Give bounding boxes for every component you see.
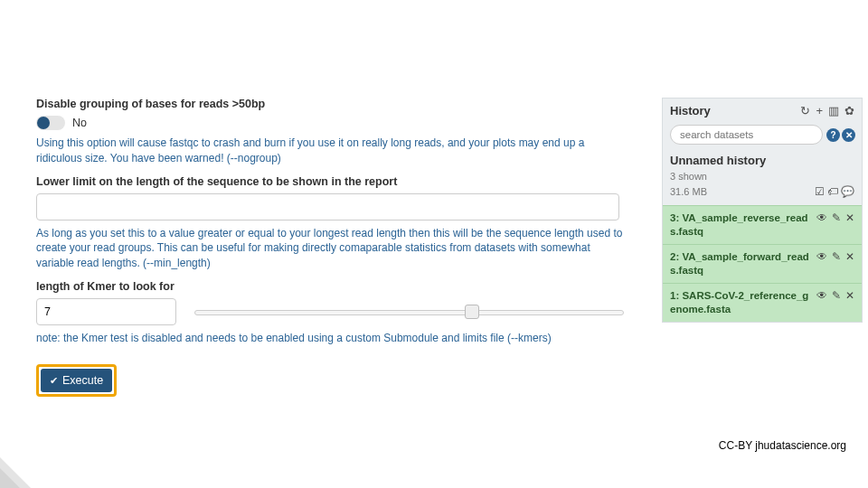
columns-icon[interactable]: ▥ <box>828 104 839 117</box>
disable-grouping-help: Using this option will cause fastqc to c… <box>36 136 624 166</box>
dataset-icons: 👁 ✎ ✕ <box>816 289 854 302</box>
check-icon <box>50 374 58 387</box>
close-icon[interactable]: ✕ <box>845 250 854 263</box>
execute-highlight: Execute <box>36 364 117 397</box>
disable-grouping-toggle[interactable] <box>36 116 65 130</box>
history-search-row: ? ✕ <box>663 121 862 148</box>
plus-icon[interactable]: + <box>816 104 823 117</box>
toggle-knob <box>37 117 50 129</box>
kmer-label: length of Kmer to look for <box>36 280 624 293</box>
attribution-text: CC-BY jhudatascience.org <box>719 439 846 452</box>
history-size-row: 31.6 MB ☑ 🏷 💬 <box>663 183 862 205</box>
close-icon[interactable]: ✕ <box>845 289 854 302</box>
disable-grouping-label: Disable grouping of bases for reads >50b… <box>36 98 624 110</box>
help-icon[interactable]: ? <box>826 128 840 142</box>
kmer-slider[interactable] <box>194 303 624 321</box>
dataset-item: 1: SARS-CoV-2_reference_genome.fasta 👁 ✎… <box>663 283 862 322</box>
refresh-icon[interactable]: ↻ <box>800 104 810 117</box>
execute-button-label: Execute <box>62 374 103 387</box>
dataset-title[interactable]: 3: VA_sample_reverse_reads.fastq <box>670 211 813 239</box>
lower-limit-help: As long as you set this to a value great… <box>36 226 624 271</box>
eye-icon[interactable]: 👁 <box>816 250 827 263</box>
dataset-title[interactable]: 1: SARS-CoV-2_reference_genome.fasta <box>670 289 813 316</box>
dataset-item: 2: VA_sample_forward_reads.fastq 👁 ✎ ✕ <box>663 244 862 283</box>
slider-track <box>194 310 624 315</box>
gear-icon[interactable]: ✿ <box>844 104 854 117</box>
history-panel: History ↻ + ▥ ✿ ? ✕ Unnamed history 3 sh… <box>662 98 863 323</box>
eye-icon[interactable]: 👁 <box>816 289 827 302</box>
clear-search-icon[interactable]: ✕ <box>842 128 855 142</box>
close-icon[interactable]: ✕ <box>845 211 854 224</box>
dataset-icons: 👁 ✎ ✕ <box>816 250 854 263</box>
history-header-icons: ↻ + ▥ ✿ <box>800 104 854 117</box>
dataset-icons: 👁 ✎ ✕ <box>816 211 854 224</box>
history-shown: 3 shown <box>663 169 862 183</box>
kmer-help: note: the Kmer test is disabled and need… <box>36 331 624 346</box>
dataset-title[interactable]: 2: VA_sample_forward_reads.fastq <box>670 250 813 277</box>
search-buttons: ? ✕ <box>826 128 855 142</box>
disable-grouping-value: No <box>72 117 87 129</box>
kmer-row <box>36 298 624 325</box>
eye-icon[interactable]: 👁 <box>816 211 827 224</box>
dataset-item: 3: VA_sample_reverse_reads.fastq 👁 ✎ ✕ <box>663 205 862 244</box>
history-size: 31.6 MB <box>670 186 707 197</box>
disable-grouping-row: No <box>36 116 624 130</box>
tag-icon[interactable]: 🏷 <box>827 185 838 198</box>
pencil-icon[interactable]: ✎ <box>832 289 841 302</box>
select-icon[interactable]: ☑ <box>815 185 825 198</box>
pencil-icon[interactable]: ✎ <box>832 250 841 263</box>
search-input[interactable] <box>670 125 823 145</box>
kmer-input[interactable] <box>36 298 176 325</box>
history-header: History ↻ + ▥ ✿ <box>663 99 862 121</box>
tool-form: Disable grouping of bases for reads >50b… <box>36 98 624 397</box>
history-title: History <box>670 104 711 117</box>
history-name[interactable]: Unnamed history <box>663 148 862 169</box>
history-tag-icons: ☑ 🏷 💬 <box>815 185 854 198</box>
slider-thumb[interactable] <box>465 305 479 319</box>
lower-limit-label: Lower limit on the length of the sequenc… <box>36 175 624 188</box>
lower-limit-input[interactable] <box>36 193 619 221</box>
pencil-icon[interactable]: ✎ <box>832 211 841 224</box>
execute-button[interactable]: Execute <box>41 369 112 392</box>
annotate-icon[interactable]: 💬 <box>841 185 854 198</box>
corner-watermark <box>0 437 51 488</box>
